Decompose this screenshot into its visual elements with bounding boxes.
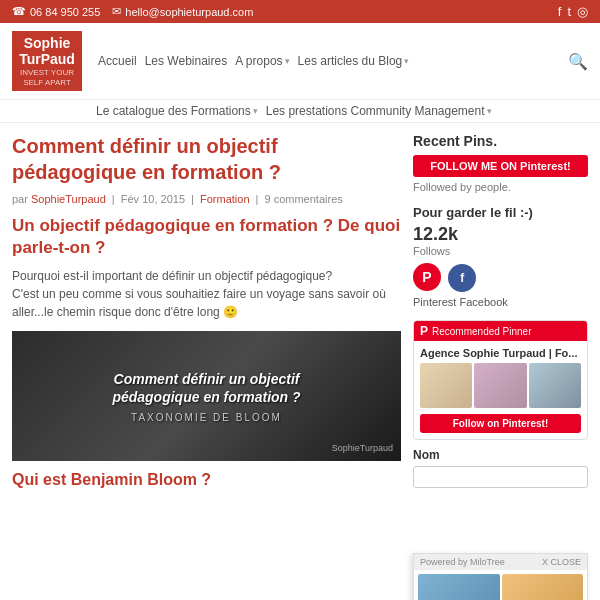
follows-label: Follows bbox=[413, 245, 588, 257]
meta-author[interactable]: SophieTurpaud bbox=[31, 193, 106, 205]
logo-name-line2: TurPaud bbox=[12, 51, 82, 68]
facebook-icon[interactable]: f bbox=[448, 264, 476, 292]
phone-number[interactable]: 06 84 950 255 bbox=[30, 6, 100, 18]
twitter-social-icon[interactable]: t bbox=[567, 4, 571, 19]
nav-articles-blog[interactable]: Les articles du Blog ▾ bbox=[298, 54, 410, 68]
article-subtitle: Un objectif pédagogique en formation ? D… bbox=[12, 215, 401, 259]
pinner-image-1 bbox=[420, 363, 472, 408]
email-contact: ✉ hello@sophieturpaud.com bbox=[112, 5, 253, 18]
milotree-image-2 bbox=[502, 574, 584, 600]
search-icon[interactable]: 🔍 bbox=[568, 52, 588, 71]
milotree-popup: Powered by MiloTree X CLOSE bbox=[413, 553, 588, 600]
image-brand: SophieTurpaud bbox=[332, 443, 393, 453]
image-overlay: Comment définir un objectif pédagogique … bbox=[112, 370, 300, 423]
logo-tagline: INVEST YOUR SELF APART bbox=[12, 68, 82, 87]
social-platform-icons: P f bbox=[413, 263, 588, 292]
article-featured-image: Comment définir un objectif pédagogique … bbox=[12, 331, 401, 461]
apropos-chevron-icon: ▾ bbox=[285, 56, 290, 66]
nom-label: Nom bbox=[413, 448, 588, 462]
article-title: Comment définir un objectif pédagogique … bbox=[12, 133, 401, 185]
intro-line1: Pourquoi est-il important de définir un … bbox=[12, 267, 401, 285]
milotree-powered-label: Powered by MiloTree bbox=[420, 557, 505, 567]
phone-contact: ☎ 06 84 950 255 bbox=[12, 5, 100, 18]
recommended-pinner-label: Recommended Pinner bbox=[432, 326, 532, 337]
nav-catalogue-formations[interactable]: Le catalogue des Formations ▾ bbox=[96, 104, 258, 118]
phone-icon: ☎ bbox=[12, 5, 26, 18]
main-nav: Accueil Les Webinaires A propos ▾ Les ar… bbox=[98, 54, 552, 68]
pinterest-follow-button[interactable]: FOLLOW ME ON Pinterest! bbox=[413, 155, 588, 177]
instagram-social-icon[interactable]: ◎ bbox=[577, 4, 588, 19]
email-icon: ✉ bbox=[112, 5, 121, 18]
meta-category[interactable]: Formation bbox=[200, 193, 250, 205]
follow-on-pinterest-button[interactable]: Follow on Pinterest! bbox=[420, 414, 581, 433]
pinner-image-3 bbox=[529, 363, 581, 408]
email-address[interactable]: hello@sophieturpaud.com bbox=[125, 6, 253, 18]
recent-pins-section: Recent Pins. FOLLOW ME ON Pinterest! Fol… bbox=[413, 133, 588, 193]
facebook-social-icon[interactable]: f bbox=[558, 4, 562, 19]
content-area: Comment définir un objectif pédagogique … bbox=[0, 123, 600, 600]
followed-text: Followed by people. bbox=[413, 181, 588, 193]
top-bar: ☎ 06 84 950 255 ✉ hello@sophieturpaud.co… bbox=[0, 0, 600, 23]
pour-garder-section: Pour garder le fil :-) 12.2k Follows P f… bbox=[413, 205, 588, 308]
pour-garder-title: Pour garder le fil :-) bbox=[413, 205, 588, 220]
pinner-card: P Recommended Pinner Agence Sophie Turpa… bbox=[413, 320, 588, 440]
meta-comments: 9 commentaires bbox=[265, 193, 343, 205]
article-intro: Pourquoi est-il important de définir un … bbox=[12, 267, 401, 321]
nom-input[interactable] bbox=[413, 466, 588, 488]
articles-chevron-icon: ▾ bbox=[404, 56, 409, 66]
pinner-image-2 bbox=[474, 363, 526, 408]
follows-count: 12.2k bbox=[413, 224, 588, 245]
pinner-name: Agence Sophie Turpaud | Fo... bbox=[420, 347, 581, 359]
pinner-body: Agence Sophie Turpaud | Fo... Follow on … bbox=[414, 341, 587, 439]
site-logo[interactable]: Sophie TurPaud INVEST YOUR SELF APART bbox=[12, 31, 82, 91]
pinner-header: P Recommended Pinner bbox=[414, 321, 587, 341]
pinner-images bbox=[420, 363, 581, 408]
nav-prestations-community[interactable]: Les prestations Community Management ▾ bbox=[266, 104, 492, 118]
header: Sophie TurPaud INVEST YOUR SELF APART Ac… bbox=[0, 23, 600, 100]
milotree-close-button[interactable]: X CLOSE bbox=[542, 557, 581, 567]
social-icons-group: f t ◎ bbox=[558, 4, 588, 19]
nav-accueil[interactable]: Accueil bbox=[98, 54, 137, 68]
meta-date: Fév 10, 2015 bbox=[121, 193, 185, 205]
image-title: Comment définir un objectif pédagogique … bbox=[112, 370, 300, 406]
prestations-chevron-icon: ▾ bbox=[487, 106, 492, 116]
nav-webinaires[interactable]: Les Webinaires bbox=[145, 54, 228, 68]
nav-apropos[interactable]: A propos ▾ bbox=[235, 54, 289, 68]
milotree-image-1 bbox=[418, 574, 500, 600]
logo-name-line1: Sophie bbox=[12, 35, 82, 52]
pinterest-facebook-label: Pinterest Facebook bbox=[413, 296, 588, 308]
sidebar: Recent Pins. FOLLOW ME ON Pinterest! Fol… bbox=[413, 133, 588, 488]
catalogue-chevron-icon: ▾ bbox=[253, 106, 258, 116]
image-subtitle: TAXONOMIE DE BLOOM bbox=[112, 412, 300, 423]
sidebar-wrapper: Recent Pins. FOLLOW ME ON Pinterest! Fol… bbox=[413, 133, 588, 600]
milotree-images bbox=[414, 570, 587, 600]
article-section-title: Qui est Benjamin Bloom ? bbox=[12, 471, 401, 489]
pinterest-icon[interactable]: P bbox=[413, 263, 441, 291]
main-content: Comment définir un objectif pédagogique … bbox=[12, 133, 413, 600]
milotree-header: Powered by MiloTree X CLOSE bbox=[414, 554, 587, 570]
intro-line2: C'est un peu comme si vous souhaitiez fa… bbox=[12, 285, 401, 321]
meta-by: par bbox=[12, 193, 28, 205]
sidebar-form: Nom bbox=[413, 448, 588, 488]
second-nav: Le catalogue des Formations ▾ Les presta… bbox=[0, 100, 600, 123]
pinner-p-icon: P bbox=[420, 324, 428, 338]
article-meta: par SophieTurpaud | Fév 10, 2015 | Forma… bbox=[12, 193, 401, 205]
recent-pins-title: Recent Pins. bbox=[413, 133, 588, 149]
